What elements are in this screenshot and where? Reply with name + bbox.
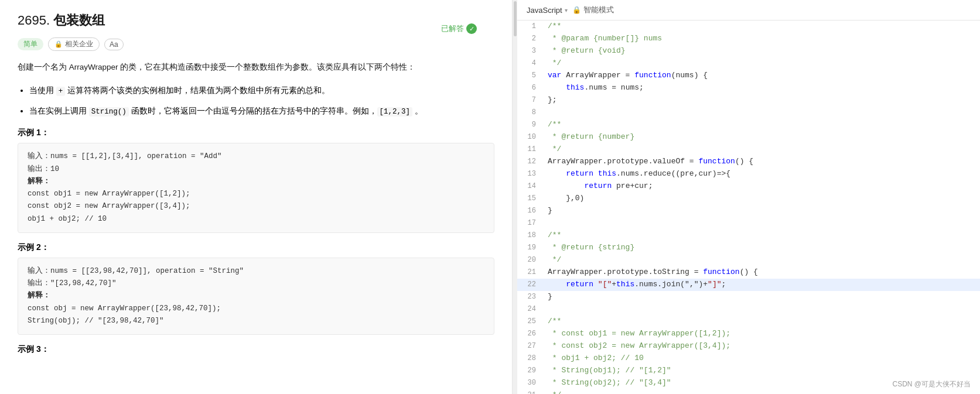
code-line-1[interactable]: 1/** [517,20,980,33]
line-content [545,217,980,229]
line-content: } [545,205,980,217]
code-line-6[interactable]: 6 this.nums = nums; [517,82,980,94]
line-content: * String(obj1); // "[1,2]" [545,365,980,377]
line-content: * const obj2 = new ArrayWrapper([3,4]); [545,340,980,352]
line-content: * @return {string} [545,242,980,254]
language-selector[interactable]: JavaScript ▾ [527,6,568,15]
code-line-2[interactable]: 2 * @param {number[]} nums [517,33,980,45]
code-line-26[interactable]: 26 * const obj1 = new ArrayWrapper([1,2]… [517,328,980,340]
line-content: }; [545,94,980,107]
line-content: * obj1 + obj2; // 10 [545,352,980,365]
line-content: */ [545,254,980,266]
left-scrollbar[interactable] [513,0,517,394]
code-line-29[interactable]: 29 * String(obj1); // "[1,2]" [517,365,980,377]
line-number: 27 [517,340,545,352]
line-number: 28 [517,352,545,365]
feature-item-2: 当在实例上调用 String() 函数时，它将返回一个由逗号分隔的括在方括号中的… [29,104,494,119]
feature-list: 当使用 + 运算符将两个该类的实例相加时，结果值为两个数组中所有元素的总和。 当… [29,84,494,118]
line-content: ArrayWrapper.prototype.valueOf = functio… [545,156,980,168]
line-content: * @param {number[]} nums [545,33,980,45]
line-content: /** [545,229,980,242]
line-content [545,303,980,316]
line-number: 25 [517,316,545,328]
line-number: 4 [517,57,545,70]
code-line-4[interactable]: 4 */ [517,57,980,70]
line-content: */ [545,389,980,394]
code-line-12[interactable]: 12ArrayWrapper.prototype.valueOf = funct… [517,156,980,168]
line-number: 14 [517,180,545,193]
code-line-31[interactable]: 31 */ [517,389,980,394]
code-line-23[interactable]: 23} [517,291,980,303]
line-content: * const obj1 = new ArrayWrapper([1,2]); [545,328,980,340]
line-number: 19 [517,242,545,254]
line-number: 16 [517,205,545,217]
line-number: 18 [517,229,545,242]
code-line-27[interactable]: 27 * const obj2 = new ArrayWrapper([3,4]… [517,340,980,352]
line-number: 31 [517,389,545,394]
code-line-11[interactable]: 11 */ [517,143,980,156]
code-line-19[interactable]: 19 * @return {string} [517,242,980,254]
example2-explanation-label: 解释： [28,290,484,302]
line-number: 10 [517,131,545,143]
example1-code-line3: obj1 + obj2; // 10 [28,213,484,225]
example2-box: 输入：nums = [[23,98,42,70]], operation = "… [18,258,494,335]
line-content: * @return {number} [545,131,980,143]
problem-name: 包装数组 [53,13,105,28]
example1-box: 输入：nums = [[1,2],[3,4]], operation = "Ad… [18,143,494,233]
line-content: this.nums = nums; [545,82,980,94]
line-number: 13 [517,168,545,180]
example1-title: 示例 1： [18,128,494,138]
line-number: 2 [517,33,545,45]
tag-company[interactable]: 🔒 相关企业 [48,37,100,51]
line-content: } [545,291,980,303]
line-number: 30 [517,377,545,389]
code-line-20[interactable]: 20 */ [517,254,980,266]
left-scroll-thumb[interactable] [514,1,517,36]
editor-panel: JavaScript ▾ 🔒 智能模式 1/**2 * @param {numb… [517,0,980,394]
code-line-28[interactable]: 28 * obj1 + obj2; // 10 [517,352,980,365]
code-line-9[interactable]: 9/** [517,119,980,131]
example1-output: 输出：10 [28,163,484,176]
line-number: 1 [517,20,545,33]
code-line-18[interactable]: 18/** [517,229,980,242]
code-line-7[interactable]: 7}; [517,94,980,107]
smart-mode[interactable]: 🔒 智能模式 [572,5,614,15]
example2-output: 输出："[23,98,42,70]" [28,277,484,290]
code-line-25[interactable]: 25/** [517,316,980,328]
line-number: 26 [517,328,545,340]
code-line-22[interactable]: 22 return "["+this.nums.join(",")+"]"; [517,279,980,291]
line-number: 5 [517,70,545,82]
code-line-24[interactable]: 24 [517,303,980,316]
feature-item-1: 当使用 + 运算符将两个该类的实例相加时，结果值为两个数组中所有元素的总和。 [29,84,494,98]
example2-title: 示例 2： [18,242,494,253]
code-line-16[interactable]: 16} [517,205,980,217]
watermark: CSDN @可是大侠不好当 [892,379,971,389]
code-line-13[interactable]: 13 return this.nums.reduce((pre,cur)=>{ [517,168,980,180]
line-number: 3 [517,45,545,57]
tag-easy[interactable]: 简单 [18,38,43,50]
line-content: /** [545,119,980,131]
code-line-15[interactable]: 15 },0) [517,193,980,205]
line-number: 15 [517,193,545,205]
line-content: */ [545,57,980,70]
language-label: JavaScript [527,6,562,15]
code-line-5[interactable]: 5var ArrayWrapper = function(nums) { [517,70,980,82]
example1-code-line2: const obj2 = new ArrayWrapper([3,4]); [28,200,484,213]
code-line-3[interactable]: 3 * @return {void} [517,45,980,57]
line-number: 6 [517,82,545,94]
code-line-21[interactable]: 21ArrayWrapper.prototype.toString = func… [517,266,980,279]
line-number: 22 [517,279,545,291]
chevron-down-icon: ▾ [565,7,568,13]
tag-font[interactable]: Aa [104,39,124,50]
code-line-10[interactable]: 10 * @return {number} [517,131,980,143]
code-editor[interactable]: 1/**2 * @param {number[]} nums3 * @retur… [517,20,980,394]
solved-badge: 已解答 ✓ [441,23,477,34]
problem-panel: 2695. 包装数组 已解答 ✓ 简单 🔒 相关企业 Aa 创建一个名为 Arr… [0,0,513,394]
solved-check-icon: ✓ [466,23,477,34]
code-line-14[interactable]: 14 return pre+cur; [517,180,980,193]
code-line-17[interactable]: 17 [517,217,980,229]
line-number: 29 [517,365,545,377]
code-line-8[interactable]: 8 [517,107,980,119]
line-number: 12 [517,156,545,168]
line-number: 24 [517,303,545,316]
